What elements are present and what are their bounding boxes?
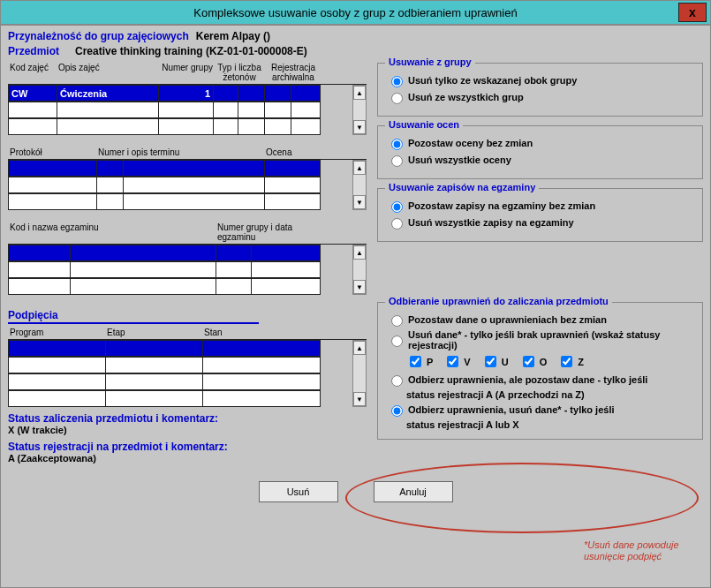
podpiecia-header: Program Etap Stan	[8, 328, 367, 339]
cell-rej2	[291, 85, 321, 102]
status-rej-value: A (Zaakceptowana)	[8, 453, 367, 464]
table-row	[8, 278, 352, 295]
groups-scrollbar[interactable]: ▲ ▼	[352, 85, 367, 135]
window-title: Kompleksowe usuwanie osoby z grup z odbi…	[193, 6, 517, 19]
scroll-down-icon[interactable]: ▼	[353, 392, 366, 406]
panel-title: Usuwanie z grupy	[385, 57, 475, 67]
panel-title: Usuwanie zapisów na egzaminy	[385, 182, 539, 192]
radio-label: Usuń tylko ze wskazanej obok grupy	[408, 75, 577, 86]
cell-typ2	[238, 85, 264, 102]
col-numer: Numer grupy	[158, 63, 213, 84]
col-typ: Typ i liczba żetonów	[213, 63, 264, 84]
col-protokol: Protokół	[8, 147, 96, 159]
cell-rej1	[264, 85, 291, 102]
right-column: Usuwanie z grupy Usuń tylko ze wskazanej…	[377, 63, 703, 464]
check-p[interactable]	[410, 356, 421, 367]
panel-usuwanie-zapisow: Usuwanie zapisów na egzaminy Pozostaw za…	[377, 188, 703, 242]
radio-label: Pozostaw oceny bez zmian	[408, 138, 533, 148]
col-termin: Numer i opis terminu	[96, 147, 264, 159]
podpiecia-title: Podpięcia	[8, 309, 259, 324]
podpiecia-table: ▲ ▼	[8, 339, 367, 407]
col-egz: Kod i nazwa egzaminu	[8, 222, 216, 244]
check-o[interactable]	[523, 356, 534, 367]
cancel-button[interactable]: Anuluj	[374, 481, 453, 502]
col-egz-numer: Numer grupy i data egzaminu	[216, 222, 321, 244]
annotation-note: *Usuń dane powoduje usunięcie podpięć	[584, 539, 679, 562]
scroll-down-icon[interactable]: ▼	[353, 195, 366, 209]
radio-usun-brak[interactable]	[391, 335, 403, 347]
scroll-up-icon[interactable]: ▲	[353, 245, 366, 260]
left-column: Kod zajęć Opis zajęć Numer grupy Typ i l…	[8, 63, 367, 464]
scroll-up-icon[interactable]: ▲	[353, 86, 366, 100]
status-zalicz-label: Status zaliczenia przedmiotu i komentarz…	[8, 412, 367, 425]
groups-header: Kod zajęć Opis zajęć Numer grupy Typ i l…	[8, 63, 367, 84]
podpiecia-scrollbar[interactable]: ▲ ▼	[352, 340, 367, 407]
check-u[interactable]	[485, 356, 496, 367]
close-icon: x	[689, 5, 696, 19]
col-rej: Rejestracja archiwalna	[264, 63, 321, 84]
radio-pozostaw-dane[interactable]	[391, 315, 403, 327]
main-window: Kompleksowe usuwanie osoby z grup z odbi…	[0, 0, 711, 588]
status-zalicz-value: X (W trakcie)	[8, 425, 367, 435]
table-row	[8, 193, 352, 210]
panel-uprawnienia: Odbieranie uprawnień do zaliczania przed…	[377, 302, 703, 440]
radio-odbierz-pozostaw[interactable]	[391, 375, 403, 387]
table-row[interactable]	[8, 340, 352, 357]
panel-title: Usuwanie ocen	[385, 119, 463, 130]
col-stan: Stan	[202, 328, 321, 339]
radio-pozostaw-zapisy[interactable]	[391, 201, 403, 213]
check-v[interactable]	[447, 356, 458, 367]
radio-label: Odbierz uprawnienia, usuń dane* - tylko …	[408, 404, 615, 415]
radio-label: Pozostaw dane o uprawnieniach bez zmian	[408, 314, 607, 325]
close-button[interactable]: x	[678, 3, 707, 22]
table-row	[8, 357, 352, 373]
title-bar: Kompleksowe usuwanie osoby z grup z odbi…	[0, 0, 711, 25]
scroll-up-icon[interactable]: ▲	[353, 161, 366, 175]
radio-sub: status rejestracji A (A przechodzi na Z)	[406, 389, 693, 400]
egzamin-scrollbar[interactable]: ▲ ▼	[352, 245, 367, 295]
egzamin-header: Kod i nazwa egzaminu Numer grupy i data …	[8, 222, 367, 244]
table-row[interactable]	[8, 160, 352, 177]
delete-button[interactable]: Usuń	[259, 481, 338, 502]
radio-label: Usuń wszystkie oceny	[408, 155, 511, 165]
table-row	[8, 102, 352, 118]
radio-usun-wszystkie[interactable]	[391, 93, 403, 104]
table-row	[8, 390, 352, 407]
protokol-scrollbar[interactable]: ▲ ▼	[352, 160, 367, 210]
table-row	[8, 177, 352, 193]
table-row	[8, 261, 352, 278]
radio-odbierz-usun[interactable]	[391, 405, 403, 417]
scroll-up-icon[interactable]: ▲	[353, 341, 366, 355]
radio-pozostaw-oceny[interactable]	[391, 139, 403, 150]
col-ocena: Ocena	[264, 147, 321, 159]
cell-numer: 1	[158, 85, 213, 102]
client-area: Przynależność do grup zajęciowych Kerem …	[0, 25, 711, 588]
table-row[interactable]	[8, 245, 352, 261]
table-row	[8, 373, 352, 390]
check-z[interactable]	[561, 356, 572, 367]
table-row[interactable]: CW Ćwiczenia 1	[8, 85, 352, 102]
radio-label: Pozostaw zapisy na egzaminy bez zmian	[408, 200, 595, 211]
table-row	[8, 118, 352, 135]
subject-label: Przedmiot	[8, 45, 68, 57]
protokol-header: Protokół Numer i opis terminu Ocena	[8, 147, 367, 159]
radio-sub: status rejestracji A lub X	[406, 419, 693, 430]
col-etap: Etap	[105, 328, 202, 339]
cell-typ1	[213, 85, 238, 102]
panel-usuwanie-ocen: Usuwanie ocen Pozostaw oceny bez zmian U…	[377, 125, 703, 179]
radio-label: Usuń wszystkie zapisy na egzaminy	[408, 217, 574, 228]
radio-label: Usuń ze wszystkich grup	[408, 92, 524, 102]
scroll-down-icon[interactable]: ▼	[353, 120, 366, 134]
egzamin-table: ▲ ▼	[8, 244, 367, 295]
groups-table: CW Ćwiczenia 1	[8, 84, 367, 135]
subject-value: Creative thinking training (KZ-01-01-000…	[75, 45, 307, 57]
person-name: Kerem Alpay ()	[196, 30, 270, 42]
panel-title: Odbieranie uprawnień do zaliczania przed…	[385, 296, 612, 306]
radio-usun-oceny[interactable]	[391, 155, 403, 167]
scroll-down-icon[interactable]: ▼	[353, 280, 366, 294]
col-program: Program	[8, 328, 105, 339]
radio-usun-zapisy[interactable]	[391, 218, 403, 230]
membership-label: Przynależność do grup zajęciowych	[8, 30, 189, 42]
radio-usun-wskazana[interactable]	[391, 76, 403, 87]
radio-label: Odbierz uprawnienia, ale pozostaw dane -…	[408, 374, 647, 385]
